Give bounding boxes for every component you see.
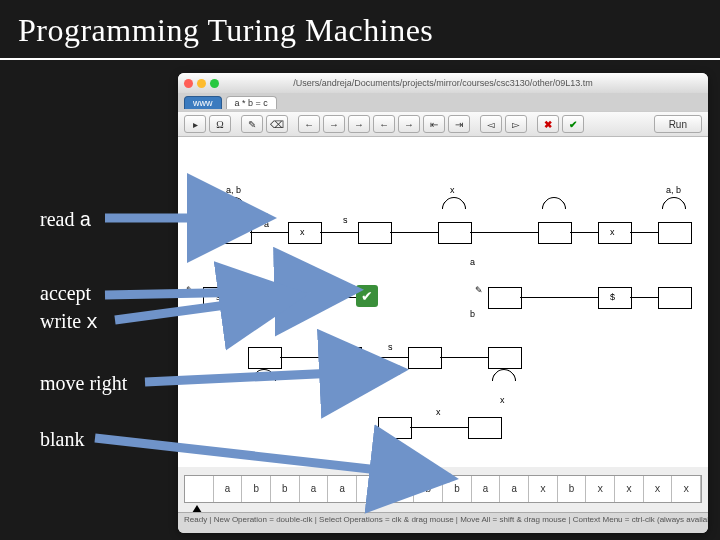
state-node[interactable] bbox=[538, 222, 572, 244]
arrow-left-icon[interactable]: ← bbox=[298, 115, 320, 133]
state-node[interactable] bbox=[438, 222, 472, 244]
edge-label: $ bbox=[610, 292, 615, 302]
edge bbox=[320, 232, 358, 233]
tape-cell[interactable]: b bbox=[271, 476, 300, 502]
arrow-right-icon[interactable]: → bbox=[323, 115, 345, 133]
edge-label: x bbox=[436, 407, 441, 417]
tape-cell[interactable]: x bbox=[615, 476, 644, 502]
edge bbox=[360, 357, 408, 358]
edge bbox=[630, 297, 658, 298]
edge-label: s bbox=[216, 292, 221, 302]
diagram-canvas[interactable]: a, b x a s x x a, b s ✎ a ✔ ✎ bbox=[178, 137, 708, 467]
label-blank: blank bbox=[40, 428, 84, 451]
tape-cell[interactable]: $ bbox=[357, 476, 386, 502]
titlebar: /Users/andreja/Documents/projects/mirror… bbox=[178, 73, 708, 93]
edge-label: x bbox=[610, 227, 615, 237]
state-node[interactable] bbox=[658, 222, 692, 244]
step-fwd-button[interactable]: ▻ bbox=[505, 115, 527, 133]
state-node[interactable] bbox=[218, 222, 252, 244]
app-window: /Users/andreja/Documents/projects/mirror… bbox=[178, 73, 708, 533]
self-loop bbox=[537, 192, 571, 226]
edge-label: a, b bbox=[666, 185, 681, 195]
tape-cell[interactable]: a bbox=[214, 476, 243, 502]
state-read-a: a bbox=[300, 290, 305, 300]
tape[interactable]: a b b a a $ a b b a a x b x x x x bbox=[184, 475, 702, 503]
erase-tool-button[interactable]: ⌫ bbox=[266, 115, 288, 133]
tape-cell[interactable]: a bbox=[500, 476, 529, 502]
tape-cell[interactable]: x bbox=[644, 476, 673, 502]
edge bbox=[570, 232, 598, 233]
state-node[interactable] bbox=[488, 287, 522, 309]
state-node[interactable] bbox=[658, 287, 692, 309]
state-node[interactable] bbox=[378, 417, 412, 439]
tape-cell[interactable]: x bbox=[672, 476, 701, 502]
edge-label: x bbox=[500, 395, 505, 405]
edge bbox=[280, 357, 328, 358]
cursor-tool-button[interactable]: ▸ bbox=[184, 115, 206, 133]
arrow-right-icon[interactable]: → bbox=[348, 115, 370, 133]
tab-bar: www a * b = c bbox=[178, 93, 708, 111]
self-loop bbox=[217, 192, 251, 226]
edge-label: a bbox=[470, 257, 475, 267]
halt-tool-button[interactable]: Ω bbox=[209, 115, 231, 133]
edge-label: x bbox=[300, 227, 305, 237]
scribble-tool-button[interactable]: ✎ bbox=[241, 115, 263, 133]
tape-cell[interactable]: b bbox=[558, 476, 587, 502]
state-node[interactable] bbox=[468, 417, 502, 439]
accept-state[interactable]: ✔ bbox=[356, 285, 378, 307]
window-path: /Users/andreja/Documents/projects/mirror… bbox=[178, 78, 708, 88]
ff-icon[interactable]: ⇥ bbox=[448, 115, 470, 133]
edge bbox=[250, 232, 288, 233]
tab-www[interactable]: www bbox=[184, 96, 222, 109]
tape-cell[interactable]: b bbox=[414, 476, 443, 502]
tape-cell[interactable]: b bbox=[242, 476, 271, 502]
edge-label: a, b bbox=[226, 185, 241, 195]
label-write: write x bbox=[40, 310, 98, 334]
self-loop bbox=[487, 364, 521, 398]
pencil-icon: ✎ bbox=[186, 285, 194, 295]
state-node[interactable] bbox=[248, 347, 282, 369]
delete-button[interactable]: ✖ bbox=[537, 115, 559, 133]
state-node[interactable] bbox=[598, 222, 632, 244]
pencil-icon: ✎ bbox=[475, 285, 483, 295]
tab-file[interactable]: a * b = c bbox=[226, 96, 277, 109]
arrow-left-icon[interactable]: ← bbox=[373, 115, 395, 133]
tape-cell[interactable]: a bbox=[328, 476, 357, 502]
state-node[interactable] bbox=[328, 347, 362, 369]
status-bar: Ready | New Operation = double-clk | Sel… bbox=[178, 512, 708, 533]
state-node[interactable] bbox=[358, 222, 392, 244]
tape-cell[interactable]: a bbox=[472, 476, 501, 502]
tape-cell[interactable]: a bbox=[386, 476, 415, 502]
tape-cell[interactable]: x bbox=[586, 476, 615, 502]
arrow-right-icon[interactable]: → bbox=[398, 115, 420, 133]
slide-title: Programming Turing Machines bbox=[18, 12, 433, 49]
self-loop bbox=[247, 364, 281, 398]
self-loop bbox=[327, 364, 361, 398]
edge-label: s bbox=[388, 342, 393, 352]
tape-cell[interactable]: b bbox=[443, 476, 472, 502]
edge bbox=[235, 297, 288, 298]
rewind-icon[interactable]: ⇤ bbox=[423, 115, 445, 133]
edge-label: x bbox=[450, 185, 455, 195]
edge-label: a, b bbox=[328, 395, 343, 405]
tape-cell[interactable]: x bbox=[529, 476, 558, 502]
title-rule bbox=[0, 58, 720, 60]
edge-label: b bbox=[470, 309, 475, 319]
edge bbox=[410, 427, 468, 428]
self-loop bbox=[437, 192, 471, 226]
label-read: read a bbox=[40, 208, 91, 232]
state-node[interactable] bbox=[408, 347, 442, 369]
edge bbox=[630, 232, 658, 233]
step-back-button[interactable]: ◅ bbox=[480, 115, 502, 133]
check-button[interactable]: ✔ bbox=[562, 115, 584, 133]
edge bbox=[390, 232, 438, 233]
state-node[interactable] bbox=[288, 222, 322, 244]
edge bbox=[440, 357, 488, 358]
tape-cell[interactable] bbox=[185, 476, 214, 502]
edge bbox=[470, 232, 538, 233]
run-button[interactable]: Run bbox=[654, 115, 702, 133]
tape-cell[interactable]: a bbox=[300, 476, 329, 502]
edge-label: s bbox=[343, 215, 348, 225]
edge bbox=[320, 297, 356, 298]
state-node[interactable] bbox=[488, 347, 522, 369]
